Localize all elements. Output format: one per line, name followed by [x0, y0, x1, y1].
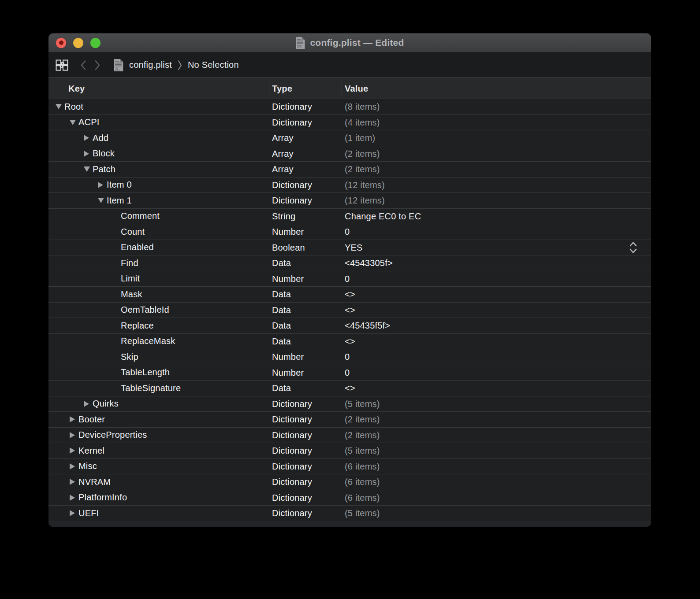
disclosure-triangle-expanded-icon[interactable]: [56, 104, 64, 109]
disclosure-triangle-expanded-icon[interactable]: [98, 198, 107, 203]
value-cell[interactable]: (2 items): [345, 430, 620, 440]
column-header-key[interactable]: Key: [68, 83, 85, 93]
type-cell[interactable]: String: [272, 211, 295, 221]
type-cell[interactable]: Dictionary: [272, 446, 312, 456]
value-cell[interactable]: 0: [345, 274, 620, 284]
breadcrumb-item-selection[interactable]: No Selection: [188, 60, 239, 70]
value-cell[interactable]: <>: [345, 336, 620, 346]
table-row[interactable]: RootDictionary(8 items): [48, 99, 651, 115]
type-cell[interactable]: Data: [272, 336, 291, 346]
breadcrumb-item-file[interactable]: config.plist: [129, 60, 172, 70]
value-cell[interactable]: 0: [345, 367, 620, 377]
type-cell[interactable]: Dictionary: [272, 399, 312, 409]
table-row[interactable]: DevicePropertiesDictionary(2 items): [48, 428, 651, 444]
table-row[interactable]: EnabledBooleanYES: [48, 240, 651, 256]
table-row[interactable]: ACPIDictionary(4 items): [48, 115, 651, 131]
value-cell[interactable]: (5 items): [345, 508, 620, 518]
value-cell[interactable]: (5 items): [345, 446, 620, 456]
related-items-button[interactable]: [56, 59, 68, 71]
table-row[interactable]: KernelDictionary(5 items): [48, 443, 651, 459]
back-button[interactable]: [80, 59, 87, 71]
table-row[interactable]: SkipNumber0: [48, 349, 651, 365]
value-cell[interactable]: (5 items): [345, 399, 620, 409]
type-cell[interactable]: Number: [272, 352, 304, 362]
type-cell[interactable]: Dictionary: [272, 102, 312, 112]
table-row[interactable]: NVRAMDictionary(6 items): [48, 474, 651, 490]
table-row[interactable]: ReplaceData<45435f5f>: [48, 318, 651, 334]
column-header-value[interactable]: Value: [345, 83, 368, 93]
table-row[interactable]: PlatformInfoDictionary(6 items): [48, 490, 651, 506]
table-row[interactable]: QuirksDictionary(5 items): [48, 396, 651, 412]
disclosure-triangle-collapsed-icon[interactable]: [70, 463, 78, 470]
type-cell[interactable]: Dictionary: [272, 492, 312, 503]
table-row[interactable]: TableSignatureData<>: [48, 381, 651, 396]
zoom-button[interactable]: [90, 38, 101, 48]
type-cell[interactable]: Data: [272, 305, 291, 315]
table-row[interactable]: AddArray(1 item): [48, 130, 651, 146]
type-cell[interactable]: Boolean: [272, 242, 305, 252]
minimize-button[interactable]: [73, 38, 83, 48]
value-cell[interactable]: <>: [345, 289, 620, 300]
disclosure-triangle-collapsed-icon[interactable]: [70, 510, 78, 516]
value-cell[interactable]: Change EC0 to EC: [345, 211, 620, 221]
type-cell[interactable]: Dictionary: [272, 180, 312, 190]
type-cell[interactable]: Dictionary: [272, 196, 312, 206]
disclosure-triangle-collapsed-icon[interactable]: [84, 135, 93, 141]
value-cell[interactable]: (4 items): [345, 117, 620, 127]
value-cell[interactable]: <4543305f>: [345, 258, 620, 268]
disclosure-triangle-collapsed-icon[interactable]: [84, 401, 93, 407]
type-cell[interactable]: Dictionary: [272, 117, 312, 127]
table-row[interactable]: BooterDictionary(2 items): [48, 412, 651, 428]
type-cell[interactable]: Data: [272, 383, 291, 393]
table-row[interactable]: MaskData<>: [48, 287, 651, 303]
table-row[interactable]: CountNumber0: [48, 224, 651, 240]
disclosure-triangle-collapsed-icon[interactable]: [98, 182, 107, 188]
table-row[interactable]: OemTableIdData<>: [48, 303, 651, 318]
value-cell[interactable]: (1 item): [345, 133, 620, 143]
value-cell[interactable]: <>: [345, 383, 620, 393]
table-row[interactable]: Item 0Dictionary(12 items): [48, 177, 651, 193]
value-cell[interactable]: (2 items): [345, 164, 620, 174]
table-row[interactable]: ReplaceMaskData<>: [48, 334, 651, 350]
disclosure-triangle-expanded-icon[interactable]: [84, 166, 93, 172]
value-cell[interactable]: (8 items): [345, 102, 620, 112]
type-cell[interactable]: Dictionary: [272, 508, 312, 518]
table-row[interactable]: Item 1Dictionary(12 items): [48, 193, 651, 209]
value-cell[interactable]: (12 items): [345, 196, 620, 206]
disclosure-triangle-collapsed-icon[interactable]: [84, 151, 93, 157]
type-cell[interactable]: Dictionary: [272, 477, 312, 487]
disclosure-triangle-collapsed-icon[interactable]: [70, 495, 78, 501]
table-row[interactable]: TableLengthNumber0: [48, 365, 651, 381]
disclosure-triangle-collapsed-icon[interactable]: [70, 416, 78, 422]
value-cell[interactable]: <45435f5f>: [345, 321, 620, 331]
value-cell[interactable]: 0: [345, 352, 620, 362]
type-cell[interactable]: Array: [272, 148, 294, 159]
column-divider[interactable]: [342, 82, 342, 95]
value-cell[interactable]: (6 items): [345, 477, 620, 487]
value-cell[interactable]: (6 items): [345, 461, 620, 471]
type-cell[interactable]: Dictionary: [272, 461, 312, 471]
table-row[interactable]: LimitNumber0: [48, 271, 651, 287]
value-cell[interactable]: (12 items): [345, 180, 620, 190]
disclosure-triangle-collapsed-icon[interactable]: [70, 432, 78, 438]
table-row[interactable]: BlockArray(2 items): [48, 146, 651, 162]
table-row[interactable]: MiscDictionary(6 items): [48, 459, 651, 475]
type-cell[interactable]: Array: [272, 133, 294, 143]
disclosure-triangle-expanded-icon[interactable]: [70, 120, 78, 125]
type-cell[interactable]: Dictionary: [272, 414, 312, 425]
value-cell[interactable]: (2 items): [345, 414, 620, 425]
boolean-stepper-icon[interactable]: [629, 240, 638, 255]
disclosure-triangle-collapsed-icon[interactable]: [70, 479, 78, 485]
table-row[interactable]: UEFIDictionary(5 items): [48, 506, 651, 521]
table-row[interactable]: PatchArray(2 items): [48, 162, 651, 177]
value-cell[interactable]: (6 items): [345, 492, 620, 503]
type-cell[interactable]: Data: [272, 321, 291, 331]
value-cell[interactable]: YES: [345, 242, 620, 252]
type-cell[interactable]: Data: [272, 258, 291, 268]
value-cell[interactable]: <>: [345, 305, 620, 315]
type-cell[interactable]: Number: [272, 227, 304, 237]
disclosure-triangle-collapsed-icon[interactable]: [70, 447, 78, 454]
column-divider[interactable]: [269, 82, 269, 95]
forward-button[interactable]: [94, 59, 101, 71]
type-cell[interactable]: Data: [272, 289, 291, 300]
